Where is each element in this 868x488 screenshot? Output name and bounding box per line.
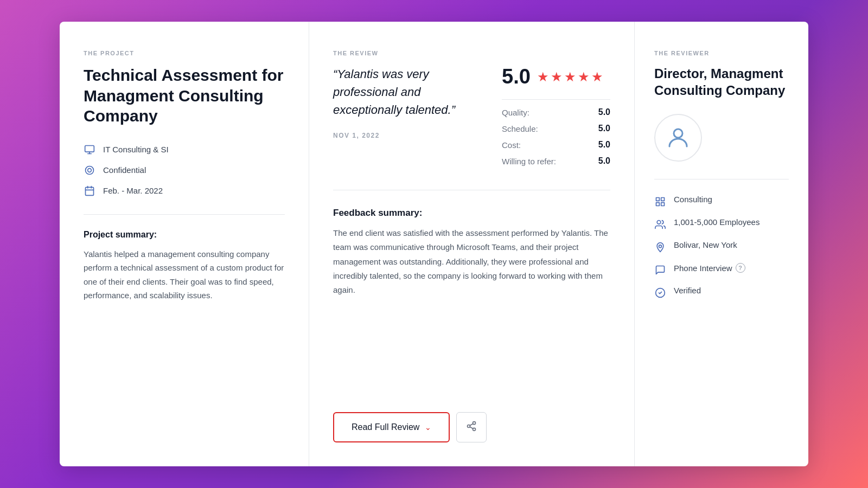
quality-score-row: Quality: 5.0 <box>502 107 610 117</box>
list-item: 1,001-5,000 Employees <box>654 217 789 230</box>
chat-icon <box>654 264 666 276</box>
overall-score: 5.0 ★ ★ ★ ★ ★ <box>502 65 610 88</box>
reviewer-name: Director, Managment Consulting Company <box>654 65 789 99</box>
share-icon <box>466 421 477 434</box>
calendar-icon <box>84 185 95 197</box>
project-section-label: THE PROJECT <box>84 50 285 56</box>
schedule-value: 5.0 <box>598 124 610 133</box>
question-mark-badge: ? <box>736 263 745 273</box>
review-scores: 5.0 ★ ★ ★ ★ ★ Quality: 5.0 Schedule: <box>502 65 610 172</box>
project-meta-list: IT Consulting & SI Confidential <box>84 144 285 197</box>
star-2: ★ <box>551 69 563 85</box>
list-item: Bolivar, New York <box>654 240 789 253</box>
feedback-title: Feedback summary: <box>333 208 610 219</box>
location-icon <box>654 241 666 253</box>
share-button[interactable] <box>456 412 487 442</box>
quality-label: Quality: <box>502 108 529 117</box>
cost-value: 5.0 <box>598 140 610 150</box>
svg-point-4 <box>88 168 92 172</box>
review-section-label: THE REVIEW <box>333 50 610 56</box>
svg-point-14 <box>674 129 682 138</box>
svg-rect-18 <box>656 203 660 206</box>
project-panel: THE PROJECT Technical Assessment for Man… <box>60 22 309 466</box>
list-item: Phone Interview ? <box>654 263 789 276</box>
project-dates: Feb. - Mar. 2022 <box>103 186 163 195</box>
read-full-review-button[interactable]: Read Full Review ⌄ <box>333 412 450 442</box>
review-date: NOV 1, 2022 <box>333 132 480 139</box>
summary-label: Project summary: <box>84 230 285 240</box>
svg-rect-0 <box>85 145 94 152</box>
svg-rect-15 <box>656 198 660 201</box>
reviewer-meta-list: Consulting 1,001-5,000 Employees <box>654 195 789 299</box>
interview-method: Phone Interview ? <box>674 263 745 273</box>
schedule-score-row: Schedule: 5.0 <box>502 124 610 133</box>
star-3: ★ <box>564 69 576 85</box>
svg-rect-17 <box>661 203 665 206</box>
feedback-text: The end client was satisfied with the as… <box>333 226 610 393</box>
read-review-label: Read Full Review <box>352 422 419 432</box>
svg-point-3 <box>86 166 94 174</box>
cost-score-row: Cost: 5.0 <box>502 140 610 150</box>
list-item: Verified <box>654 286 789 299</box>
svg-rect-5 <box>86 187 94 195</box>
review-top: “Yalantis was very professional and exce… <box>333 65 610 190</box>
review-actions: Read Full Review ⌄ <box>333 412 610 442</box>
interview-label: Phone Interview <box>674 264 732 273</box>
overall-score-value: 5.0 <box>502 65 531 88</box>
svg-line-12 <box>470 427 474 428</box>
reviewer-location: Bolivar, New York <box>674 240 737 249</box>
building-icon <box>654 196 666 208</box>
review-panel: THE REVIEW “Yalantis was very profession… <box>309 22 635 466</box>
star-4: ★ <box>578 69 590 85</box>
svg-point-20 <box>659 245 662 248</box>
summary-text: Yalantis helped a management consulting … <box>84 247 285 303</box>
refer-score-row: Willing to refer: 5.0 <box>502 156 610 166</box>
cost-label: Cost: <box>502 140 521 150</box>
check-icon <box>654 287 666 299</box>
svg-rect-16 <box>661 198 665 201</box>
list-item: Confidential <box>84 164 285 176</box>
chevron-down-icon: ⌄ <box>425 423 431 432</box>
people-icon <box>654 219 666 230</box>
project-type: IT Consulting & SI <box>103 145 169 154</box>
project-budget: Confidential <box>103 165 146 175</box>
monitor-icon <box>84 144 95 156</box>
svg-line-13 <box>470 423 474 425</box>
project-title: Technical Assessment for Managment Consu… <box>84 65 285 126</box>
reviewer-section-label: THE REVIEWER <box>654 50 789 56</box>
list-item: IT Consulting & SI <box>84 144 285 156</box>
review-quote: “Yalantis was very professional and exce… <box>333 65 480 119</box>
review-quote-section: “Yalantis was very professional and exce… <box>333 65 480 172</box>
refer-label: Willing to refer: <box>502 157 556 166</box>
star-1: ★ <box>537 69 549 85</box>
list-item: Consulting <box>654 195 789 208</box>
reviewer-employees: 1,001-5,000 Employees <box>674 217 760 227</box>
verified-label: Verified <box>674 286 701 295</box>
avatar <box>654 114 702 162</box>
review-card: THE PROJECT Technical Assessment for Man… <box>60 22 808 466</box>
tag-icon <box>84 164 95 176</box>
list-item: Feb. - Mar. 2022 <box>84 185 285 197</box>
score-divider <box>502 99 610 100</box>
quality-value: 5.0 <box>598 107 610 117</box>
reviewer-panel: THE REVIEWER Director, Managment Consult… <box>635 22 808 466</box>
reviewer-industry: Consulting <box>674 195 712 204</box>
refer-value: 5.0 <box>598 156 610 166</box>
divider <box>84 214 285 215</box>
reviewer-divider <box>654 179 789 179</box>
stars-container: ★ ★ ★ ★ ★ <box>537 69 603 85</box>
schedule-label: Schedule: <box>502 124 538 133</box>
star-5: ★ <box>591 69 603 85</box>
svg-point-19 <box>657 221 661 224</box>
